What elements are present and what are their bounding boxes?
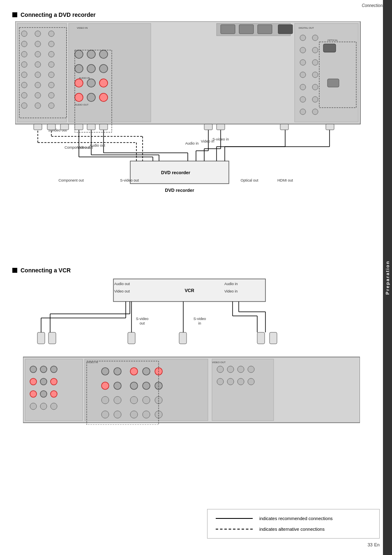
svg-rect-103 (75, 124, 83, 130)
svg-point-146 (51, 391, 57, 397)
svg-point-21 (48, 62, 54, 67)
svg-point-15 (35, 82, 41, 88)
svg-text:Audio out: Audio out (114, 282, 130, 286)
svg-point-173 (227, 366, 234, 373)
svg-point-163 (130, 396, 138, 404)
svg-rect-102 (60, 124, 69, 130)
svg-point-168 (130, 411, 138, 418)
svg-point-28 (87, 50, 95, 58)
svg-text:VIDEO IN: VIDEO IN (87, 361, 98, 364)
svg-text:Optical out: Optical out (240, 178, 258, 182)
dvd-heading-bullet (12, 12, 17, 17)
svg-point-161 (101, 396, 109, 404)
svg-point-23 (48, 82, 54, 88)
page-suffix: En (374, 542, 380, 547)
svg-text:in: in (198, 321, 201, 325)
svg-rect-26 (69, 23, 151, 122)
svg-point-11 (35, 41, 41, 47)
svg-rect-108 (280, 124, 288, 130)
svg-point-37 (87, 93, 95, 101)
svg-point-25 (48, 103, 54, 108)
legend-dashed: indicates alternative connections (216, 527, 371, 532)
svg-rect-101 (47, 124, 55, 130)
dvd-section-heading: Connecting a DVD recorder (12, 12, 380, 18)
svg-point-16 (35, 92, 41, 98)
svg-text:out: out (140, 321, 145, 325)
svg-rect-43 (278, 25, 293, 34)
svg-point-27 (75, 50, 83, 58)
svg-point-142 (40, 378, 47, 385)
svg-text:Component out: Component out (58, 178, 84, 182)
svg-point-162 (114, 396, 121, 404)
svg-point-156 (101, 382, 109, 389)
svg-text:S-video out: S-video out (120, 178, 139, 182)
svg-point-52 (312, 35, 318, 41)
svg-rect-105 (99, 124, 108, 130)
svg-text:AUDIO OUT: AUDIO OUT (75, 104, 89, 106)
legend-dashed-text: indicates alternative connections (259, 527, 325, 532)
svg-text:HDMI out: HDMI out (277, 178, 293, 182)
svg-point-144 (30, 391, 37, 397)
svg-point-6 (21, 72, 27, 78)
svg-point-167 (114, 411, 121, 418)
svg-point-159 (143, 382, 150, 389)
svg-point-166 (101, 411, 109, 418)
svg-point-24 (48, 92, 54, 98)
svg-point-153 (130, 368, 138, 375)
svg-point-33 (75, 79, 83, 87)
svg-text:DIGITAL OUT: DIGITAL OUT (299, 27, 314, 29)
svg-point-4 (21, 51, 27, 57)
svg-point-55 (312, 72, 318, 78)
svg-text:Audio out: Audio out (90, 143, 106, 147)
svg-point-49 (300, 84, 306, 90)
svg-point-177 (227, 378, 234, 385)
svg-point-151 (101, 368, 109, 375)
svg-point-147 (30, 403, 37, 410)
svg-point-9 (21, 103, 27, 108)
svg-point-34 (87, 79, 95, 87)
vcr-section-heading: Connecting a VCR (12, 267, 371, 274)
svg-point-17 (35, 103, 41, 108)
svg-text:Video out: Video out (114, 289, 130, 293)
legend-solid-text: indicates recommended connections (259, 516, 333, 521)
legend-dashed-line (216, 529, 253, 530)
svg-point-29 (99, 50, 108, 58)
dvd-heading-text: Connecting a DVD recorder (21, 12, 96, 18)
svg-rect-41 (239, 25, 254, 34)
svg-point-31 (87, 64, 95, 73)
svg-point-35 (99, 79, 108, 87)
vcr-heading-text: Connecting a VCR (21, 267, 71, 274)
svg-point-148 (40, 403, 47, 410)
svg-point-12 (35, 51, 41, 57)
svg-point-57 (312, 97, 318, 102)
svg-rect-107 (217, 124, 225, 130)
svg-rect-61 (327, 79, 339, 87)
svg-point-179 (248, 378, 254, 385)
vcr-diagram: VCR Audio out Audio in Video out Video i… (23, 277, 360, 425)
legend-solid: indicates recommended connections (216, 516, 371, 521)
svg-point-58 (312, 109, 318, 115)
svg-point-45 (300, 35, 306, 41)
svg-point-174 (238, 366, 244, 373)
svg-text:Audio in: Audio in (185, 141, 199, 145)
svg-point-149 (51, 403, 57, 410)
svg-point-152 (114, 368, 121, 375)
svg-point-7 (21, 82, 27, 88)
svg-point-36 (75, 93, 83, 101)
svg-text:Video in: Video in (224, 289, 238, 293)
svg-rect-134 (257, 332, 265, 344)
legend-box: indicates recommended connections indica… (207, 509, 380, 539)
svg-point-176 (217, 378, 224, 385)
svg-point-178 (238, 378, 244, 385)
svg-point-164 (143, 396, 150, 404)
svg-text:Audio in: Audio in (224, 282, 238, 286)
svg-point-170 (155, 411, 162, 418)
svg-rect-106 (204, 124, 212, 130)
svg-point-48 (300, 72, 306, 78)
svg-point-139 (40, 366, 47, 373)
dvd-diagram: OPTICAL VIDEO IN DIGITAL OUT AUDIO IN AU… (15, 21, 377, 219)
svg-rect-131 (48, 332, 56, 344)
svg-point-13 (35, 62, 41, 67)
svg-point-50 (300, 97, 306, 102)
svg-point-158 (130, 382, 138, 389)
